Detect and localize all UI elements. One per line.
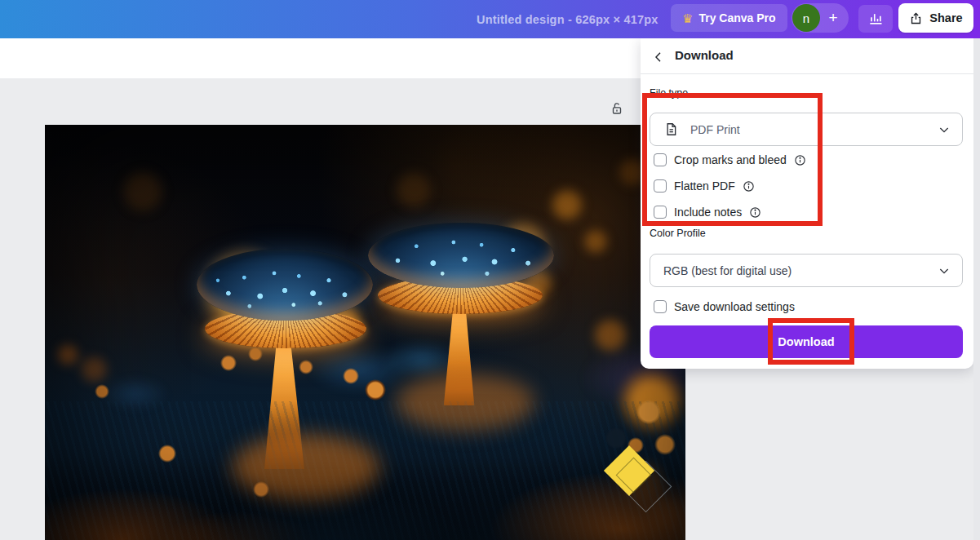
pdf-file-icon [663, 122, 679, 137]
account-pill: n + [792, 3, 849, 33]
include-notes-checkbox[interactable] [654, 206, 667, 219]
download-button[interactable]: Download [650, 325, 963, 358]
dark-knob [606, 428, 626, 448]
add-member-button[interactable]: + [823, 9, 844, 27]
design-canvas[interactable] [45, 125, 685, 540]
crop-marks-label: Crop marks and bleed [674, 153, 787, 166]
top-bar: Untitled design - 626px × 417px ♛ Try Ca… [0, 0, 980, 38]
option-save-settings: Save download settings [650, 298, 795, 316]
share-button[interactable]: Share [898, 3, 973, 33]
download-panel-header: Download [641, 38, 973, 73]
flatten-pdf-checkbox[interactable] [654, 179, 667, 193]
option-flatten-pdf: Flatten PDF [650, 177, 755, 195]
file-type-value: PDF Print [690, 123, 740, 136]
color-profile-select[interactable]: RGB (best for digital use) [650, 254, 963, 287]
bar-chart-icon [867, 11, 884, 27]
info-icon[interactable] [743, 180, 755, 193]
color-profile-label: Color Profile [650, 228, 706, 239]
flatten-pdf-label: Flatten PDF [674, 179, 735, 193]
chevron-left-icon [652, 51, 665, 64]
panel-title: Download [675, 48, 734, 62]
color-profile-value: RGB (best for digital use) [663, 264, 792, 277]
save-settings-label: Save download settings [674, 300, 795, 313]
try-canva-pro-button[interactable]: ♛ Try Canva Pro [671, 4, 787, 32]
lock-button[interactable] [607, 99, 627, 118]
try-canva-pro-label: Try Canva Pro [698, 11, 775, 24]
include-notes-label: Include notes [674, 206, 742, 219]
info-icon[interactable] [794, 154, 806, 166]
insights-button[interactable] [858, 5, 893, 33]
avatar[interactable]: n [792, 4, 820, 32]
share-label: Share [929, 11, 962, 24]
share-icon [909, 11, 923, 25]
chevron-down-icon [938, 123, 951, 136]
file-type-select[interactable]: PDF Print [650, 113, 963, 146]
back-button[interactable] [649, 47, 668, 67]
option-include-notes: Include notes [650, 203, 761, 221]
lock-icon [610, 101, 624, 116]
file-type-label: File type [650, 87, 688, 99]
save-settings-checkbox[interactable] [654, 300, 667, 313]
crop-marks-checkbox[interactable] [654, 153, 667, 166]
option-crop-marks: Crop marks and bleed [650, 151, 806, 169]
crown-icon: ♛ [682, 12, 693, 24]
scrollbar[interactable] [973, 38, 980, 540]
sprouts-layer [45, 125, 685, 540]
info-icon[interactable] [749, 206, 761, 219]
design-title[interactable]: Untitled design - 626px × 417px [477, 0, 659, 38]
chevron-down-icon [938, 264, 951, 277]
header-divider [641, 73, 973, 74]
download-panel: Download File type PDF Print Crop marks … [641, 38, 973, 369]
